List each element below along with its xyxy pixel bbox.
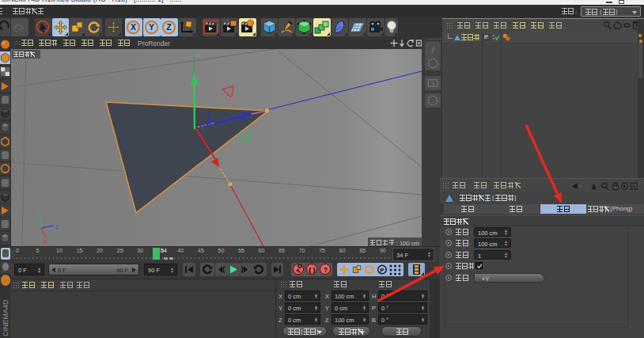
svg-text:Y: Y [149, 23, 154, 32]
svg-text:?: ? [324, 266, 328, 274]
svg-text:Z: Z [166, 23, 171, 32]
svg-text:Y: Y [38, 211, 42, 217]
svg-text:S: S [430, 80, 434, 87]
svg-text:f: f [431, 44, 435, 54]
svg-text:X: X [131, 23, 136, 32]
svg-text:Z: Z [55, 224, 59, 230]
svg-text:C4: C4 [14, 26, 23, 33]
svg-text:P: P [380, 267, 385, 274]
svg-text:CINEMA4D: CINEMA4D [2, 299, 9, 336]
svg-text:X: X [44, 239, 47, 245]
